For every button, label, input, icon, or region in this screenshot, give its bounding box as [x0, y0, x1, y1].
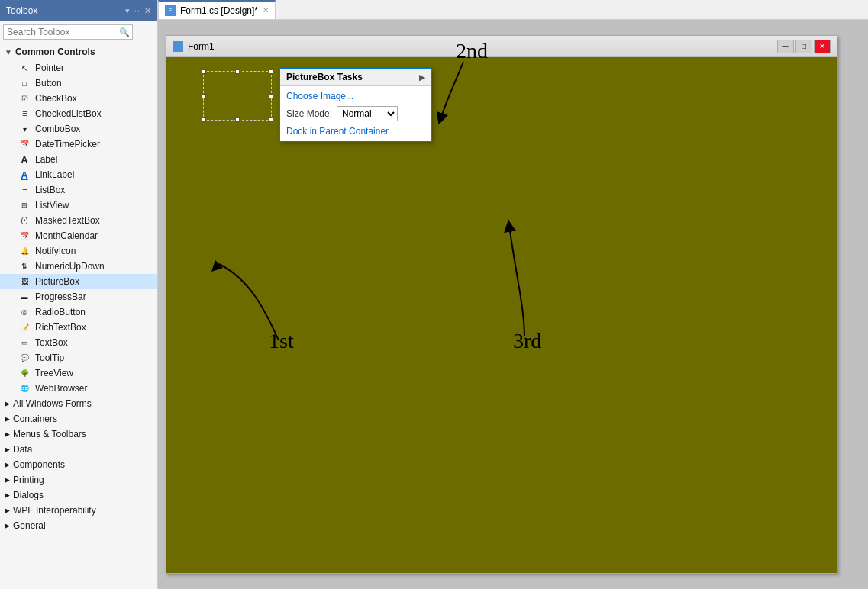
category-dialogs[interactable]: ▶ Dialogs [0, 488, 157, 503]
section-arrow: ▼ [5, 48, 12, 56]
toolbox-item-combobox[interactable]: ▾ ComboBox [0, 121, 157, 137]
toolbox-dock-icon[interactable]: ↔ [133, 6, 141, 16]
item-label-textbox: TextBox [35, 337, 68, 348]
toolbox-item-webbrowser[interactable]: 🌐 WebBrowser [0, 381, 157, 396]
label-icon: A [18, 153, 31, 166]
toolbox-scroll[interactable]: ▼ Common Controls ↖ Pointer □ Button ☑ C… [0, 43, 157, 589]
toolbox-item-tooltip[interactable]: 💬 ToolTip [0, 350, 157, 365]
item-label-linklabel: LinkLabel [35, 169, 74, 180]
linklabel-icon: A [18, 169, 31, 181]
notifyicon-icon: 🔔 [18, 245, 31, 257]
close-button[interactable]: ✕ [814, 40, 831, 53]
toolbox-item-listbox[interactable]: ☰ ListBox [0, 182, 157, 198]
pointer-icon: ↖ [18, 62, 31, 74]
category-data[interactable]: ▶ Data [0, 442, 157, 457]
handle-bl[interactable] [202, 117, 206, 122]
handle-tm[interactable] [235, 69, 240, 74]
checkedlistbox-icon: ☰ [18, 108, 31, 120]
search-input[interactable] [3, 24, 133, 40]
combobox-icon: ▾ [18, 123, 31, 135]
form-canvas[interactable]: Form1 ─ □ ✕ [158, 20, 868, 589]
handle-tl[interactable] [202, 69, 206, 74]
item-label-webbrowser: WebBrowser [35, 383, 87, 394]
toolbox-item-progressbar[interactable]: ▬ ProgressBar [0, 289, 157, 304]
richtextbox-icon: 📝 [18, 321, 31, 333]
picture-box[interactable] [203, 71, 272, 121]
toolbox-item-textbox[interactable]: ▭ TextBox [0, 335, 157, 350]
handle-ml[interactable] [202, 94, 206, 98]
toolbox-item-pointer[interactable]: ↖ Pointer [0, 60, 157, 76]
toolbox-item-datetimepicker[interactable]: 📅 DateTimePicker [0, 137, 157, 152]
handle-br[interactable] [269, 117, 273, 122]
toolbox-item-treeview[interactable]: 🌳 TreeView [0, 365, 157, 381]
tasks-popup-toggle[interactable]: ▶ [419, 73, 425, 82]
form-tab-icon: F [165, 5, 176, 16]
category-wpf-interop[interactable]: ▶ WPF Interoperability [0, 503, 157, 518]
toolbox-item-richtextbox[interactable]: 📝 RichTextBox [0, 320, 157, 335]
toolbox-item-linklabel[interactable]: A LinkLabel [0, 167, 157, 182]
toolbox-item-listview[interactable]: ⊞ ListView [0, 198, 157, 213]
toolbox-close-icon[interactable]: ✕ [144, 6, 151, 16]
tooltip-icon: 💬 [18, 352, 31, 364]
toolbox-item-button[interactable]: □ Button [0, 76, 157, 91]
common-controls-section[interactable]: ▼ Common Controls [0, 43, 157, 60]
category-arrow-components: ▶ [5, 461, 10, 468]
category-containers[interactable]: ▶ Containers [0, 411, 157, 426]
toolbox-item-notifyicon[interactable]: 🔔 NotifyIcon [0, 243, 157, 259]
toolbox-item-checkbox[interactable]: ☑ CheckBox [0, 91, 157, 106]
listview-icon: ⊞ [18, 199, 31, 211]
category-components[interactable]: ▶ Components [0, 457, 157, 472]
main-container: Toolbox ▾ ↔ ✕ 🔍 ▼ Common Controls ↖ Poin… [0, 0, 868, 589]
item-label-picturebox: PictureBox [35, 276, 79, 287]
editor-area: F Form1.cs [Design]* ✕ Form1 ─ □ ✕ [158, 0, 868, 589]
category-all-windows-forms[interactable]: ▶ All Windows Forms [0, 396, 157, 411]
toolbox-item-maskedtextbox[interactable]: (•) MaskedTextBox [0, 213, 157, 228]
toolbox-pin-icon[interactable]: ▾ [125, 6, 130, 16]
toolbox-item-picturebox[interactable]: 🖼 PictureBox [0, 274, 157, 289]
category-label-containers: Containers [13, 414, 57, 424]
toolbox-item-radiobutton[interactable]: ◎ RadioButton [0, 304, 157, 320]
item-label-numericupdown: NumericUpDown [35, 261, 105, 272]
category-general[interactable]: ▶ General [0, 518, 157, 533]
form-titlebar: Form1 ─ □ ✕ [166, 36, 837, 57]
category-menus-toolbars[interactable]: ▶ Menus & Toolbars [0, 426, 157, 442]
category-arrow-menus: ▶ [5, 430, 10, 438]
handle-bm[interactable] [235, 117, 240, 122]
toolbox-item-numericupdown[interactable]: ⇅ NumericUpDown [0, 259, 157, 274]
choose-image-link[interactable]: Choose Image... [286, 91, 425, 101]
tab-bar: F Form1.cs [Design]* ✕ [158, 0, 868, 20]
item-label-combobox: ComboBox [35, 124, 80, 134]
toolbox-item-checkedlistbox[interactable]: ☰ CheckedListBox [0, 106, 157, 121]
toolbox-header: Toolbox ▾ ↔ ✕ [0, 0, 157, 21]
tab-close-button[interactable]: ✕ [263, 6, 269, 14]
item-label-listbox: ListBox [35, 185, 65, 195]
checkbox-icon: ☑ [18, 92, 31, 105]
treeview-icon: 🌳 [18, 367, 31, 379]
category-arrow-containers: ▶ [5, 415, 10, 423]
category-printing[interactable]: ▶ Printing [0, 472, 157, 488]
search-icon: 🔍 [119, 27, 130, 37]
maximize-button[interactable]: □ [795, 40, 812, 53]
minimize-button[interactable]: ─ [777, 40, 794, 53]
form-window: Form1 ─ □ ✕ [166, 35, 837, 574]
item-label-button: Button [35, 78, 62, 89]
tab-form1-design[interactable]: F Form1.cs [Design]* ✕ [158, 0, 276, 19]
category-arrow-general: ▶ [5, 522, 10, 529]
dock-in-parent-link[interactable]: Dock in Parent Container [286, 126, 425, 137]
toolbox-item-label[interactable]: A Label [0, 152, 157, 167]
datetimepicker-icon: 📅 [18, 138, 31, 150]
toolbox-item-monthcalendar[interactable]: 📅 MonthCalendar [0, 228, 157, 243]
handle-mr[interactable] [269, 94, 273, 98]
webbrowser-icon: 🌐 [18, 382, 31, 394]
toolbox-panel: Toolbox ▾ ↔ ✕ 🔍 ▼ Common Controls ↖ Poin… [0, 0, 158, 589]
category-arrow-printing: ▶ [5, 476, 10, 484]
tasks-popup-header: PictureBox Tasks ▶ [280, 69, 431, 86]
item-label-radiobutton: RadioButton [35, 307, 86, 317]
maskedtextbox-icon: (•) [18, 214, 31, 227]
category-label-wpf: WPF Interoperability [13, 505, 96, 516]
form-body[interactable]: PictureBox Tasks ▶ Choose Image... Size … [166, 57, 837, 573]
tasks-popup-body: Choose Image... Size Mode: Normal Stretc… [280, 86, 431, 141]
category-label-components: Components [13, 459, 65, 470]
handle-tr[interactable] [269, 69, 273, 74]
size-mode-select[interactable]: Normal StretchImage AutoSize CenterImage… [337, 106, 398, 121]
